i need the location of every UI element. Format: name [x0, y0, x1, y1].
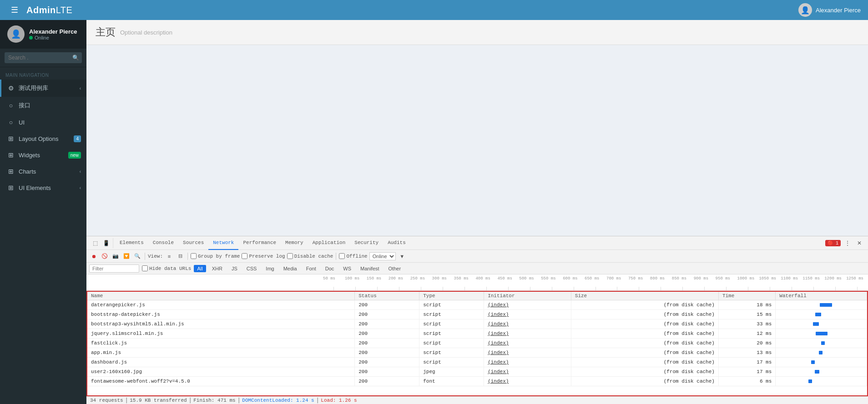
- sidebar-search: 🔍: [0, 49, 86, 67]
- tab-application[interactable]: Application: [308, 236, 350, 250]
- td-type: font: [419, 377, 484, 386]
- td-initiator[interactable]: (index): [484, 367, 571, 377]
- filter-all-button[interactable]: All: [194, 265, 206, 272]
- disable-cache-label[interactable]: Disable cache: [287, 253, 333, 259]
- td-initiator[interactable]: (index): [484, 377, 571, 386]
- td-name: user2-160x160.jpg: [87, 367, 355, 377]
- td-initiator[interactable]: (index): [484, 358, 571, 367]
- filter-font-button[interactable]: Font: [303, 265, 319, 272]
- table-row[interactable]: daterangepicker.js 200 script (index) (f…: [87, 300, 867, 310]
- td-time: 17 ms: [718, 358, 775, 367]
- table-row[interactable]: jquery.slimscroll.min.js 200 script (ind…: [87, 329, 867, 339]
- td-waterfall: [776, 339, 867, 348]
- inspect-element-button[interactable]: ⬚: [90, 238, 100, 248]
- view-compact-button[interactable]: ⊟: [176, 252, 185, 261]
- tab-performance[interactable]: Performance: [238, 236, 281, 250]
- settings-button[interactable]: ⋮: [843, 238, 853, 248]
- tab-memory[interactable]: Memory: [281, 236, 308, 250]
- table-row[interactable]: fontawesome-webfont.woff2?v=4.5.0 200 fo…: [87, 377, 867, 386]
- sidebar-item-widgets[interactable]: ⊞ Widgets new: [0, 147, 86, 163]
- preserve-log-label[interactable]: Preserve log: [242, 253, 285, 259]
- sidebar-item-layout-options[interactable]: ⊞ Layout Options 4: [0, 130, 86, 147]
- status-load[interactable]: Load: 1.26 s: [321, 398, 357, 403]
- waterfall-bar-wrap: [779, 311, 863, 318]
- tick-line: [661, 287, 661, 290]
- filter-manifest-button[interactable]: Manifest: [357, 265, 383, 272]
- sidebar-user-info: Alexander Pierce Online: [29, 28, 77, 40]
- td-initiator[interactable]: (index): [484, 348, 571, 358]
- sidebar-item-interface[interactable]: ○ 接口: [0, 97, 86, 114]
- record-button[interactable]: ⏺: [89, 252, 98, 261]
- sidebar-item-charts[interactable]: ⊞ Charts ‹: [0, 163, 86, 180]
- table-row[interactable]: bootstrap3-wysihtml5.all.min.js 200 scri…: [87, 319, 867, 329]
- hide-data-urls-checkbox[interactable]: [142, 265, 148, 271]
- filter-css-button[interactable]: CSS: [243, 265, 260, 272]
- filter-other-button[interactable]: Other: [385, 265, 404, 272]
- offline-checkbox[interactable]: [339, 253, 345, 259]
- tick-label: 850 ms: [672, 276, 686, 281]
- tick-label: 650 ms: [585, 276, 599, 281]
- td-initiator[interactable]: (index): [484, 319, 571, 329]
- td-initiator[interactable]: (index): [484, 300, 571, 310]
- sidebar-item-test-cases[interactable]: ⚙ 测试用例库 ‹: [0, 80, 86, 97]
- timeline-tick: 450 ms: [497, 274, 519, 290]
- tab-security[interactable]: Security: [350, 236, 383, 250]
- filter-js-button[interactable]: JS: [228, 265, 241, 272]
- td-time: 18 ms: [718, 300, 775, 310]
- filter-xhr-button[interactable]: XHR: [209, 265, 226, 272]
- table-row[interactable]: bootstrap-datepicker.js 200 script (inde…: [87, 310, 867, 319]
- td-initiator[interactable]: (index): [484, 329, 571, 339]
- group-by-frame-label[interactable]: Group by frame: [191, 253, 240, 259]
- td-status: 200: [355, 367, 419, 377]
- sidebar-item-ui[interactable]: ○ UI: [0, 114, 86, 130]
- table-row[interactable]: app.min.js 200 script (index) (from disk…: [87, 348, 867, 358]
- timeline-tick: 700 ms: [606, 274, 628, 290]
- tick-label: 350 ms: [454, 276, 469, 281]
- search-button[interactable]: 🔍: [133, 252, 142, 261]
- search-input[interactable]: [5, 52, 82, 63]
- tab-sources[interactable]: Sources: [178, 236, 208, 250]
- filter-button[interactable]: 🔽: [122, 252, 131, 261]
- tab-console[interactable]: Console: [148, 236, 178, 250]
- tab-network[interactable]: Network: [208, 236, 238, 250]
- group-by-frame-checkbox[interactable]: [191, 253, 197, 259]
- disable-cache-checkbox[interactable]: [287, 253, 293, 259]
- col-size: Size: [571, 292, 718, 300]
- filter-media-button[interactable]: Media: [280, 265, 300, 272]
- preserve-log-checkbox[interactable]: [242, 253, 247, 259]
- timeline-tick: 600 ms: [563, 274, 585, 290]
- tab-elements[interactable]: Elements: [115, 236, 148, 250]
- offline-label[interactable]: Offline: [339, 253, 367, 259]
- capture-screenshot-button[interactable]: 📷: [111, 252, 120, 261]
- filter-ws-button[interactable]: WS: [340, 265, 354, 272]
- clear-button[interactable]: 🚫: [100, 252, 109, 261]
- close-button[interactable]: ✕: [854, 238, 864, 248]
- throttle-select[interactable]: Online: [369, 252, 396, 260]
- tick-line: [682, 287, 683, 290]
- sidebar-item-ui-elements[interactable]: ⊞ UI Elements ‹: [0, 180, 86, 196]
- filter-input[interactable]: [89, 264, 139, 273]
- filter-doc-button[interactable]: Doc: [322, 265, 338, 272]
- tick-label: 1150 ms: [802, 276, 820, 281]
- td-status: 200: [355, 310, 419, 319]
- tick-label: 1100 ms: [781, 276, 798, 281]
- table-row[interactable]: fastclick.js 200 script (index) (from di…: [87, 339, 867, 348]
- hamburger-button[interactable]: ☰: [7, 3, 22, 17]
- status-dom-loaded[interactable]: DOMContentLoaded: 1.24 s: [242, 398, 314, 403]
- timeline-tick: 750 ms: [628, 274, 650, 290]
- device-mode-button[interactable]: 📱: [101, 238, 111, 248]
- table-row[interactable]: user2-160x160.jpg 200 jpeg (index) (from…: [87, 367, 867, 377]
- td-name: bootstrap-datepicker.js: [87, 310, 355, 319]
- td-initiator[interactable]: (index): [484, 310, 571, 319]
- tick-label: 800 ms: [650, 276, 665, 281]
- tab-audits[interactable]: Audits: [383, 236, 410, 250]
- td-initiator[interactable]: (index): [484, 339, 571, 348]
- view-list-button[interactable]: ≡: [165, 252, 174, 261]
- hide-data-urls-label[interactable]: Hide data URLs: [142, 265, 191, 271]
- throttle-dropdown-button[interactable]: ▼: [398, 252, 407, 261]
- filter-img-button[interactable]: Img: [262, 265, 277, 272]
- table-row[interactable]: dashboard.js 200 script (index) (from di…: [87, 358, 867, 367]
- interface-icon: ○: [7, 102, 15, 109]
- tick-line: [486, 287, 487, 290]
- tick-label: 700 ms: [606, 276, 621, 281]
